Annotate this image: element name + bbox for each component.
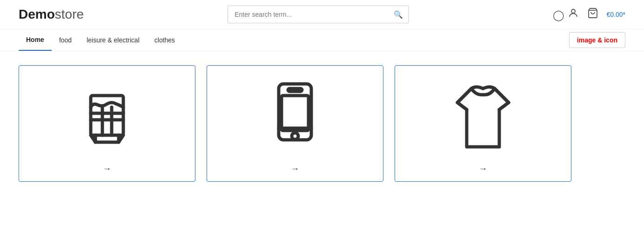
header-icons: ◯ €0.00* <box>553 7 625 21</box>
svg-rect-11 <box>282 96 309 131</box>
cart-total[interactable]: €0.00* <box>607 11 625 18</box>
cart-icon[interactable] <box>587 7 598 21</box>
logo[interactable]: Demostore <box>19 7 84 22</box>
svg-rect-2 <box>91 96 123 135</box>
nav-item-food[interactable]: food <box>52 30 79 50</box>
chocolate-icon <box>77 77 137 160</box>
search-button[interactable]: 🔍 <box>388 7 409 23</box>
svg-point-0 <box>571 9 575 13</box>
image-icon-button[interactable]: image & icon <box>569 32 625 48</box>
svg-point-12 <box>292 133 298 139</box>
category-card-food[interactable]: → <box>19 65 195 182</box>
category-card-clothes[interactable]: → <box>395 65 571 182</box>
search-input[interactable] <box>228 6 388 23</box>
cards-section: → → <box>0 51 644 196</box>
card-arrow-electronics: → <box>291 164 299 174</box>
user-icon[interactable]: ◯ <box>553 7 578 21</box>
nav-left: Home food leisure & electrical clothes <box>19 29 182 51</box>
shirt-icon <box>446 77 520 160</box>
category-card-electronics[interactable]: → <box>207 65 383 182</box>
search-icon: 🔍 <box>394 11 403 19</box>
nav-item-leisure[interactable]: leisure & electrical <box>79 30 147 50</box>
card-arrow-food: → <box>103 164 111 174</box>
search-wrapper: 🔍 <box>228 6 409 23</box>
phone-icon <box>269 77 321 160</box>
svg-rect-10 <box>288 89 302 91</box>
card-arrow-clothes: → <box>479 164 487 174</box>
logo-light: store <box>55 7 84 21</box>
nav-item-clothes[interactable]: clothes <box>147 30 182 50</box>
nav-item-home[interactable]: Home <box>19 29 52 51</box>
nav: Home food leisure & electrical clothes i… <box>0 29 644 51</box>
header: Demostore 🔍 ◯ €0.00* <box>0 0 644 29</box>
logo-bold: Demo <box>19 7 55 21</box>
